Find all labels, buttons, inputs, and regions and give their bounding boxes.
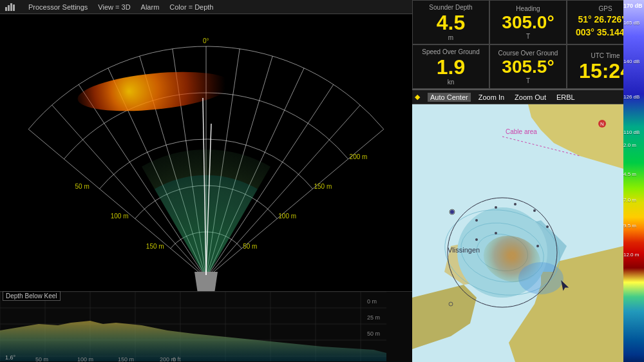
gps-label: GPS (598, 5, 612, 12)
svg-rect-0 (5, 7, 7, 11)
db-scale-bar (623, 0, 644, 362)
speed-cell: Speed Over Ground 1.9 kn (412, 44, 489, 89)
bottom-profile-panel: 1.6° (0, 291, 412, 362)
utc-label: UTC Time (591, 52, 620, 59)
heading-cell: Heading 305.0° T (489, 0, 567, 44)
alarm-label[interactable]: Alarm (141, 3, 160, 11)
svg-rect-1 (8, 5, 10, 11)
speed-value: 1.9 (437, 57, 465, 77)
color-label[interactable]: Color = Depth (169, 3, 213, 11)
zoom-in-button[interactable]: Zoom In (476, 93, 507, 102)
heading-unit: T (526, 33, 530, 40)
svg-rect-3 (13, 5, 15, 11)
zoom-out-button[interactable]: Zoom Out (512, 93, 549, 102)
sounder-depth-unit: m (448, 34, 453, 41)
cog-unit: T (526, 77, 530, 84)
db-canvas (623, 0, 644, 362)
profile-canvas (0, 292, 386, 361)
cog-label: Course Over Ground (498, 50, 558, 57)
erbl-button[interactable]: ERBL (554, 93, 578, 102)
cog-value: 305.5° (502, 58, 554, 76)
sonar-3d-view (0, 14, 412, 291)
speed-unit: kn (448, 79, 455, 86)
instruments-panel: Sounder Depth 4.5 m Heading 305.0° T GPS… (412, 0, 644, 90)
map-toolbar: ◆ Auto Center Zoom In Zoom Out ERBL (412, 90, 623, 104)
heading-label: Heading (516, 5, 540, 12)
angle-label: 1.6° (5, 354, 15, 361)
sounder-depth-label: Sounder Depth (429, 4, 472, 11)
svg-rect-2 (10, 3, 12, 11)
sonar-canvas (0, 14, 412, 291)
sounder-depth-cell: Sounder Depth 4.5 m (412, 0, 489, 44)
map-view (412, 104, 623, 362)
heading-value: 305.0° (502, 14, 554, 32)
cog-cell: Course Over Ground 305.5° T (489, 44, 567, 89)
map-indicator-icon: ◆ (415, 93, 420, 101)
sounder-depth-value: 4.5 (437, 12, 465, 33)
view-label[interactable]: View = 3D (98, 3, 130, 11)
auto-center-button[interactable]: Auto Center (428, 93, 471, 102)
map-canvas (412, 104, 623, 362)
top-bar: Processor Settings View = 3D Alarm Color… (0, 0, 412, 14)
depth-below-keel-label: Depth Below Keel (3, 291, 61, 301)
wave-icon (5, 2, 18, 12)
processor-settings-label[interactable]: Processor Settings (28, 3, 88, 11)
speed-label: Speed Over Ground (422, 48, 480, 55)
